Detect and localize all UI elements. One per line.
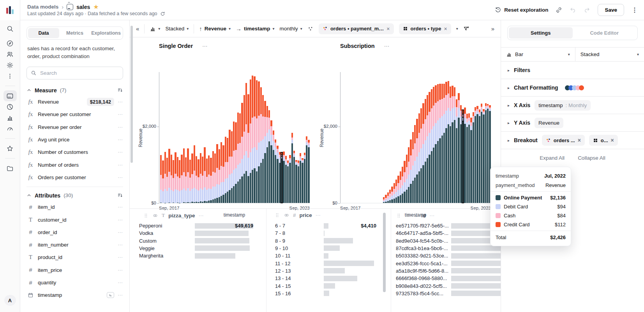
bar-month-41[interactable] (245, 83, 247, 203)
column-more-icon[interactable]: ⋯ (316, 212, 321, 218)
bar-chart-nav-icon[interactable] (4, 112, 17, 123)
bar-month-65[interactable] (476, 106, 478, 203)
bar-month-65[interactable] (295, 160, 297, 203)
bar-month-63[interactable] (473, 112, 474, 203)
bar-month-4[interactable] (168, 149, 170, 203)
bar-month-6[interactable] (173, 160, 174, 203)
table-row[interactable]: 6 - 7$4,410 (266, 222, 391, 229)
bar-month-21[interactable] (204, 147, 205, 203)
bar-month-42[interactable] (247, 94, 249, 203)
bar-month-56[interactable] (458, 93, 459, 203)
field-search[interactable] (26, 67, 123, 79)
bar-month-64[interactable] (293, 151, 295, 203)
field-more-icon[interactable]: ⋯ (118, 124, 123, 130)
bar-month-57[interactable] (460, 105, 462, 203)
folder-nav-icon[interactable] (4, 163, 17, 174)
bar-month-44[interactable] (252, 76, 253, 203)
y-field-selector[interactable]: ↑ Revenue ▾ (199, 25, 231, 32)
table-row[interactable]: 9 - 10 (266, 245, 391, 252)
column-header[interactable]: # price ⋯ (274, 212, 321, 218)
table-row[interactable]: 87cdfca3-b1ea-5bc6-... (391, 245, 501, 252)
table-row[interactable]: a5a18c9f-f5f6-5d66-8... (391, 267, 501, 275)
viz-type-select[interactable]: Bar ▾ (501, 48, 575, 61)
remove-pill-icon[interactable]: × (444, 26, 447, 32)
bar-month-42[interactable] (429, 92, 430, 203)
bar-month-54[interactable] (454, 87, 455, 203)
field-item-timestamp[interactable]: timestamp⋯ (26, 289, 123, 301)
bar-month-33[interactable] (229, 130, 230, 203)
bar-month-23[interactable] (208, 155, 210, 203)
field-more-icon[interactable]: ⋯ (118, 217, 123, 223)
automation-gear-icon[interactable] (4, 60, 17, 71)
bar-month-9[interactable] (179, 160, 180, 203)
bar-month-52[interactable] (450, 86, 451, 203)
field-item-Avg unit price[interactable]: fxAvg unit price⋯ (26, 133, 123, 146)
field-item-Revenue[interactable]: fxRevenue$218,142⋯ (26, 96, 123, 108)
field-more-icon[interactable]: ⋯ (118, 99, 123, 105)
bar-month-16[interactable] (194, 145, 195, 203)
field-item-quantity[interactable]: #quantity⋯ (26, 276, 123, 289)
more-vertical-icon[interactable] (4, 71, 17, 81)
bar-month-53[interactable] (270, 120, 272, 203)
workbook-nav-icon[interactable] (4, 90, 17, 101)
bar-month-43[interactable] (250, 79, 251, 203)
table-row[interactable]: 14 - 15 (266, 282, 391, 289)
bar-month-26[interactable] (214, 153, 216, 203)
bar-month-5[interactable] (171, 155, 172, 203)
bar-month-56[interactable] (277, 146, 278, 203)
bar-month-38[interactable] (420, 108, 422, 203)
field-item-Number of orders[interactable]: fxNumber of orders⋯ (26, 159, 123, 171)
bar-month-36[interactable] (416, 119, 418, 203)
section-breakout[interactable]: ▸ Breakout orders ... × o... × (501, 132, 644, 149)
bar-month-61[interactable] (468, 113, 470, 203)
bar-month-46[interactable] (256, 80, 258, 203)
bar-month-57[interactable] (279, 152, 281, 203)
section-y-axis[interactable]: ▸ Y Axis Revenue (501, 114, 644, 132)
tab-metrics[interactable]: Metrics (59, 28, 90, 38)
breadcrumb-data-models[interactable]: Data models (27, 4, 58, 10)
bar-month-63[interactable] (291, 133, 293, 203)
table-row[interactable]: b908e843-d022-5cf5... (391, 282, 501, 289)
section-filters[interactable]: ▸ Filters (501, 62, 644, 79)
stack-mode-select[interactable]: Stacked ▾ (575, 48, 644, 61)
bar-month-31[interactable] (406, 155, 408, 203)
reset-exploration-button[interactable]: Reset exploration (495, 7, 548, 13)
bar-month-14[interactable] (189, 160, 191, 203)
bar-month-17[interactable] (196, 156, 197, 203)
bar-month-49[interactable] (262, 95, 264, 203)
bar-month-69[interactable] (304, 153, 305, 203)
bar-month-67[interactable] (300, 153, 301, 203)
bar-month-27[interactable] (397, 176, 399, 203)
bar-month-48[interactable] (260, 87, 262, 203)
bar-month-49[interactable] (443, 84, 445, 203)
bar-month-64[interactable] (475, 107, 476, 203)
bar-month-34[interactable] (231, 131, 233, 203)
bar-month-37[interactable] (237, 113, 239, 203)
field-more-icon[interactable]: ⋯ (118, 111, 123, 117)
bar-month-15[interactable] (191, 153, 193, 203)
bar-month-39[interactable] (422, 103, 424, 203)
bar-month-25[interactable] (393, 183, 395, 203)
tab-settings[interactable]: Settings (509, 27, 573, 39)
chart-type-selector[interactable]: ▾ (150, 26, 160, 32)
bar-month-29[interactable] (221, 142, 222, 203)
favorites-star-icon[interactable] (4, 143, 17, 154)
bar-month-58[interactable] (281, 152, 282, 203)
tab-data[interactable]: Data (28, 28, 59, 38)
bar-month-32[interactable] (408, 147, 409, 203)
bar-month-70[interactable] (306, 136, 307, 203)
bar-month-1[interactable] (162, 160, 164, 203)
bar-month-20[interactable] (202, 157, 203, 203)
sort-icon[interactable] (117, 192, 123, 198)
bar-month-53[interactable] (452, 86, 453, 203)
bar-month-61[interactable] (287, 160, 289, 203)
granularity-selector[interactable]: monthly ▾ (280, 26, 302, 32)
bar-month-46[interactable] (437, 84, 439, 203)
bar-month-43[interactable] (431, 89, 432, 203)
bar-month-35[interactable] (233, 122, 235, 203)
table-row[interactable]: Pepperoni$49,619 (130, 222, 266, 229)
bar-month-2[interactable] (164, 152, 166, 203)
table-row[interactable]: Veggie (130, 245, 266, 252)
table-row[interactable]: 7 - 8 (266, 229, 391, 237)
breakout-pill-payment-method[interactable]: orders • payment_m… × (319, 23, 394, 34)
